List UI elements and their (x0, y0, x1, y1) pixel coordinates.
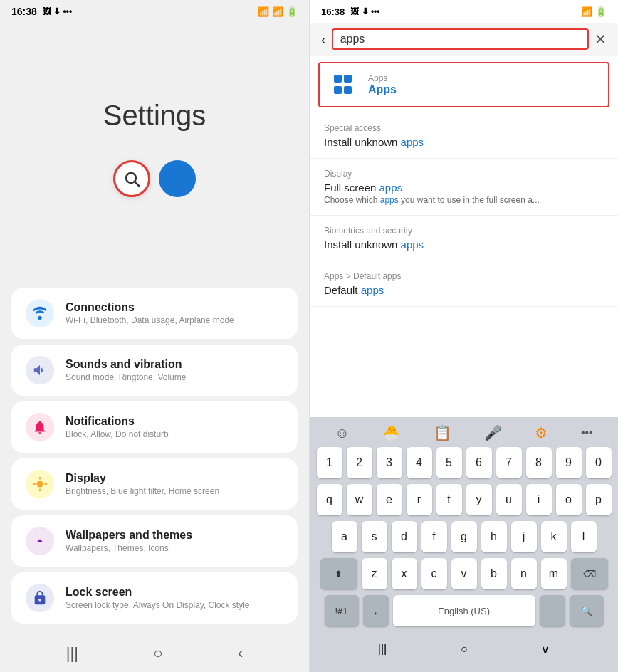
key-l[interactable]: l (571, 521, 597, 552)
key-j[interactable]: j (511, 521, 537, 552)
key-d[interactable]: d (392, 521, 417, 552)
key-m[interactable]: m (541, 558, 567, 589)
apps-main-result[interactable]: Apps Apps (318, 62, 609, 107)
page-title: Settings (103, 100, 206, 132)
back-button[interactable]: ‹ (321, 31, 326, 48)
search-kb-button[interactable]: 🔍 (570, 595, 604, 626)
key-f[interactable]: f (421, 521, 447, 552)
notifications-title: Notifications (66, 415, 169, 428)
left-time: 16:38 (11, 6, 37, 17)
back-nav-icon[interactable]: ‹ (238, 644, 243, 663)
key-e[interactable]: e (377, 484, 402, 515)
result-default-apps[interactable]: Apps > Default apps Default apps (310, 261, 618, 307)
close-button[interactable]: ✕ (595, 31, 607, 48)
connections-title: Connections (66, 301, 234, 314)
key-a[interactable]: a (332, 521, 357, 552)
signal-icon: 📶 (272, 6, 283, 17)
keyboard-toolbar: ☺ 🐣 📋 🎤 ⚙ ••• (313, 421, 615, 447)
search-row: 👤 (113, 160, 196, 197)
settings-item-display[interactable]: Display Brightness, Blue light filter, H… (11, 458, 298, 510)
right-menu-icon[interactable]: ||| (378, 643, 387, 656)
search-button[interactable] (113, 160, 150, 197)
shift-key[interactable]: ⬆ (320, 558, 357, 589)
key-q[interactable]: q (317, 484, 342, 515)
key-u[interactable]: u (496, 484, 522, 515)
key-p[interactable]: p (586, 484, 612, 515)
key-c[interactable]: c (421, 558, 447, 589)
key-o[interactable]: o (556, 484, 582, 515)
settings-item-connections[interactable]: Connections Wi-Fi, Bluetooth, Data usage… (11, 288, 298, 339)
key-4[interactable]: 4 (407, 447, 432, 478)
settings-item-notifications[interactable]: Notifications Block, Allow, Do not distu… (11, 401, 298, 453)
notifications-text: Notifications Block, Allow, Do not distu… (66, 415, 169, 439)
right-right-icons: 📶 🔋 (581, 6, 607, 17)
connections-text: Connections Wi-Fi, Bluetooth, Data usage… (66, 301, 234, 325)
key-6[interactable]: 6 (466, 447, 492, 478)
result-special-access[interactable]: Special access Install unknown apps (310, 113, 618, 159)
menu-nav-icon[interactable]: ||| (66, 644, 78, 663)
key-x[interactable]: x (392, 558, 417, 589)
result-display[interactable]: Display Full screen apps Choose which ap… (310, 159, 618, 216)
highlight-apps-2: apps (379, 182, 403, 194)
result-title-display: Full screen apps (324, 182, 604, 194)
result-category-biometrics: Biometrics and security (324, 226, 604, 236)
settings-kb-icon[interactable]: ⚙ (535, 424, 548, 441)
key-2[interactable]: 2 (347, 447, 372, 478)
symbols-key[interactable]: !#1 (325, 595, 359, 626)
result-biometrics[interactable]: Biometrics and security Install unknown … (310, 216, 618, 261)
space-key[interactable]: English (US) (393, 595, 535, 626)
emoji-icon[interactable]: ☺ (335, 425, 349, 441)
settings-item-sounds[interactable]: Sounds and vibration Sound mode, Rington… (11, 345, 298, 396)
svg-line-1 (135, 182, 140, 186)
key-0[interactable]: 0 (586, 447, 612, 478)
comma-key[interactable]: ， (363, 595, 389, 626)
highlight-apps-4: apps (401, 238, 424, 251)
search-input[interactable] (340, 33, 580, 46)
wallpapers-title: Wallpapers and themes (66, 529, 192, 542)
mic-icon[interactable]: 🎤 (484, 424, 502, 441)
key-t[interactable]: t (436, 484, 462, 515)
key-z[interactable]: z (362, 558, 387, 589)
backspace-key[interactable]: ⌫ (571, 558, 608, 589)
key-h[interactable]: h (481, 521, 507, 552)
key-v[interactable]: v (451, 558, 477, 589)
key-r[interactable]: r (407, 484, 432, 515)
right-down-icon[interactable]: ∨ (541, 643, 550, 656)
key-g[interactable]: g (451, 521, 477, 552)
key-b[interactable]: b (481, 558, 507, 589)
keyboard-row-asdf: a s d f g h j k l (314, 521, 614, 552)
profile-button[interactable]: 👤 (159, 160, 196, 197)
key-n[interactable]: n (511, 558, 537, 589)
sounds-title: Sounds and vibration (66, 358, 186, 371)
key-y[interactable]: y (466, 484, 492, 515)
settings-list: Connections Wi-Fi, Bluetooth, Data usage… (0, 288, 309, 635)
result-desc-display: Choose which apps you want to use in the… (324, 195, 604, 205)
sounds-text: Sounds and vibration Sound mode, Rington… (66, 358, 186, 382)
left-nav-bar: ||| ○ ‹ (0, 635, 309, 672)
key-5[interactable]: 5 (436, 447, 462, 478)
period-key[interactable]: . (540, 595, 565, 626)
key-3[interactable]: 3 (377, 447, 402, 478)
more-icon[interactable]: ••• (581, 426, 593, 439)
settings-item-wallpapers[interactable]: Wallpapers and themes Wallpapers, Themes… (11, 515, 298, 567)
key-w[interactable]: w (347, 484, 372, 515)
apps-grid-icon (330, 70, 358, 99)
key-7[interactable]: 7 (496, 447, 522, 478)
keyboard-row-zxcv: ⬆ z x c v b n m ⌫ (314, 558, 614, 589)
key-i[interactable]: i (526, 484, 552, 515)
highlight-apps-5: apps (361, 284, 384, 296)
display-title: Display (66, 472, 219, 485)
key-1[interactable]: 1 (317, 447, 342, 478)
key-k[interactable]: k (541, 521, 567, 552)
right-status-bar: 16:38 🖼 ⬇ ••• 📶 🔋 (310, 0, 618, 23)
right-home-icon[interactable]: ○ (461, 643, 468, 656)
clipboard-icon[interactable]: 📋 (434, 424, 451, 441)
sticker-icon[interactable]: 🐣 (382, 424, 400, 441)
home-nav-icon[interactable]: ○ (153, 644, 162, 663)
search-input-wrapper[interactable] (332, 28, 589, 50)
key-8[interactable]: 8 (526, 447, 552, 478)
key-9[interactable]: 9 (556, 447, 582, 478)
settings-item-lockscreen[interactable]: Lock screen Screen lock type, Always On … (11, 572, 298, 624)
key-s[interactable]: s (362, 521, 387, 552)
result-title-special: Install unknown apps (324, 136, 604, 148)
